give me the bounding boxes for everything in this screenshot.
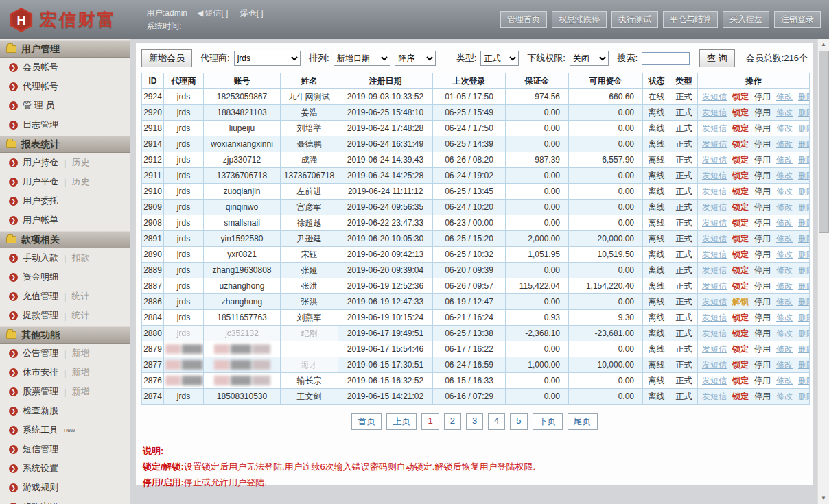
op-disable-link[interactable]: 停用 — [754, 171, 771, 180]
sidebar-item-extra-link[interactable]: 历史 — [71, 156, 89, 169]
sidebar-item[interactable]: ❯日志管理 — [0, 115, 130, 134]
vertical-scrollbar[interactable]: ▲ ▼ — [817, 39, 829, 504]
sort-order-select[interactable]: 降序 — [395, 51, 436, 66]
op-delete-link[interactable]: 删除 — [798, 171, 810, 180]
header-button[interactable]: 权息涨跌停 — [552, 11, 607, 28]
sidebar-item-extra-link[interactable]: 新增 — [71, 385, 89, 398]
op-delete-link[interactable]: 删除 — [798, 155, 810, 165]
op-lock-link[interactable]: 锁定 — [732, 234, 749, 243]
op-disable-link[interactable]: 停用 — [754, 265, 771, 275]
op-lock-link[interactable]: 锁定 — [732, 360, 749, 370]
op-lock-link[interactable]: 锁定 — [732, 265, 749, 275]
page-button[interactable]: 5 — [510, 413, 527, 430]
op-lock-link[interactable]: 锁定 — [732, 92, 749, 101]
op-send-sms-link[interactable]: 发短信 — [702, 328, 727, 338]
op-send-sms-link[interactable]: 发短信 — [702, 313, 727, 322]
op-edit-link[interactable]: 修改 — [776, 171, 793, 180]
op-edit-link[interactable]: 修改 — [776, 281, 793, 291]
op-edit-link[interactable]: 修改 — [776, 92, 793, 101]
sidebar-item[interactable]: ❯会员帐号 — [0, 58, 130, 77]
op-edit-link[interactable]: 修改 — [776, 108, 793, 117]
sort-field-select[interactable]: 新增日期 — [334, 51, 391, 66]
op-send-sms-link[interactable]: 发短信 — [702, 234, 727, 243]
sidebar-item-extra-link[interactable]: 新增 — [71, 347, 89, 359]
op-send-sms-link[interactable]: 发短信 — [702, 265, 727, 275]
op-send-sms-link[interactable]: 发短信 — [702, 360, 727, 370]
op-lock-link[interactable]: 锁定 — [732, 139, 749, 149]
op-lock-link[interactable]: 锁定 — [732, 376, 749, 385]
header-button[interactable]: 执行测试 — [611, 11, 658, 28]
add-member-button[interactable]: 新增会员 — [141, 49, 192, 67]
header-button[interactable]: 管理首页 — [500, 11, 547, 28]
op-lock-link[interactable]: 锁定 — [732, 344, 749, 354]
op-disable-link[interactable]: 停用 — [754, 108, 771, 117]
op-disable-link[interactable]: 停用 — [754, 328, 771, 338]
op-delete-link[interactable]: 删除 — [798, 92, 810, 101]
header-button[interactable]: 注销登录 — [774, 11, 821, 28]
op-send-sms-link[interactable]: 发短信 — [702, 297, 727, 307]
op-send-sms-link[interactable]: 发短信 — [702, 281, 727, 291]
op-send-sms-link[interactable]: 发短信 — [702, 187, 727, 196]
op-lock-link[interactable]: 锁定 — [732, 187, 749, 196]
op-send-sms-link[interactable]: 发短信 — [702, 218, 727, 228]
op-disable-link[interactable]: 停用 — [754, 297, 771, 307]
op-send-sms-link[interactable]: 发短信 — [702, 108, 727, 117]
op-edit-link[interactable]: 修改 — [776, 218, 793, 228]
op-edit-link[interactable]: 修改 — [776, 250, 793, 259]
page-button[interactable]: 下页 — [533, 413, 563, 430]
op-edit-link[interactable]: 修改 — [776, 155, 793, 165]
op-disable-link[interactable]: 停用 — [754, 139, 771, 149]
header-button[interactable]: 买入控盘 — [723, 11, 769, 28]
sidebar-item[interactable]: ❯系统工具new — [0, 420, 130, 440]
sidebar-section-header[interactable]: 其他功能 — [0, 326, 130, 344]
sidebar-section-header[interactable]: 报表统计 — [0, 136, 130, 153]
page-button[interactable]: 4 — [488, 413, 505, 430]
op-delete-link[interactable]: 删除 — [798, 202, 810, 212]
sidebar-item[interactable]: ❯用户委托 — [0, 191, 130, 211]
op-disable-link[interactable]: 停用 — [754, 123, 771, 133]
op-edit-link[interactable]: 修改 — [776, 376, 793, 385]
op-edit-link[interactable]: 修改 — [776, 360, 793, 370]
page-button[interactable]: 尾页 — [568, 413, 598, 430]
op-lock-link[interactable]: 锁定 — [732, 202, 749, 212]
op-lock-link[interactable]: 锁定 — [732, 123, 749, 133]
op-lock-link[interactable]: 锁定 — [732, 108, 749, 117]
scrollbar-thumb[interactable] — [819, 51, 829, 233]
op-delete-link[interactable]: 删除 — [798, 297, 810, 307]
sidebar-item[interactable]: ❯手动入款|扣款 — [0, 248, 130, 267]
op-send-sms-link[interactable]: 发短信 — [702, 250, 727, 259]
op-delete-link[interactable]: 删除 — [798, 250, 810, 259]
sidebar-item[interactable]: ❯公告管理|新增 — [0, 344, 130, 363]
sidebar-item[interactable]: ❯资金明细 — [0, 267, 130, 287]
sidebar-item-extra-link[interactable]: 历史 — [71, 176, 89, 188]
op-lock-link[interactable]: 锁定 — [732, 328, 749, 338]
op-delete-link[interactable]: 删除 — [798, 392, 810, 401]
op-delete-link[interactable]: 删除 — [798, 123, 810, 133]
op-disable-link[interactable]: 停用 — [754, 360, 771, 370]
agent-select[interactable]: jrds — [234, 51, 301, 66]
op-delete-link[interactable]: 删除 — [798, 108, 810, 117]
op-send-sms-link[interactable]: 发短信 — [702, 171, 727, 180]
sidebar-item[interactable]: ❯修改密码 — [0, 497, 130, 504]
op-send-sms-link[interactable]: 发短信 — [702, 344, 727, 354]
op-unlock-link[interactable]: 解锁 — [732, 297, 749, 307]
search-input[interactable] — [642, 52, 690, 65]
op-edit-link[interactable]: 修改 — [776, 265, 793, 275]
op-delete-link[interactable]: 删除 — [798, 328, 810, 338]
op-send-sms-link[interactable]: 发短信 — [702, 376, 727, 385]
op-edit-link[interactable]: 修改 — [776, 328, 793, 338]
sidebar-item[interactable]: ❯充值管理|统计 — [0, 287, 130, 306]
sidebar-item[interactable]: ❯股票管理|新增 — [0, 382, 130, 401]
op-lock-link[interactable]: 锁定 — [732, 392, 749, 401]
sidebar-item[interactable]: ❯检查新股 — [0, 401, 130, 420]
op-edit-link[interactable]: 修改 — [776, 297, 793, 307]
op-disable-link[interactable]: 停用 — [754, 313, 771, 322]
op-delete-link[interactable]: 删除 — [798, 344, 810, 354]
op-delete-link[interactable]: 删除 — [798, 139, 810, 149]
op-delete-link[interactable]: 删除 — [798, 187, 810, 196]
sidebar-item[interactable]: ❯提款管理|统计 — [0, 306, 130, 325]
sidebar-item[interactable]: ❯游戏规则 — [0, 478, 130, 497]
sidebar-item[interactable]: ❯用户持仓|历史 — [0, 153, 130, 172]
sidebar-item[interactable]: ❯短信管理 — [0, 440, 130, 459]
op-delete-link[interactable]: 删除 — [798, 218, 810, 228]
